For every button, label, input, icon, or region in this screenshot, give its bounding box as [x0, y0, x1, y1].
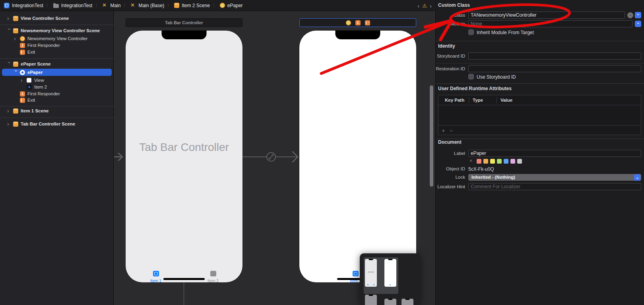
- localizer-hint-input[interactable]: [468, 183, 641, 190]
- module-dropdown-button[interactable]: [635, 21, 641, 27]
- use-storyboard-id-label: Use Storyboard ID: [477, 74, 516, 80]
- breadcrumb-project[interactable]: IntegrationTest: [4, 3, 43, 8]
- scene-title-bar-epaper[interactable]: 1: [299, 18, 416, 27]
- class-input[interactable]: [468, 12, 625, 19]
- document-label-label: Label: [436, 151, 465, 156]
- divider: [436, 83, 644, 84]
- chevron-down-icon[interactable]: [6, 27, 10, 34]
- chevron-down-icon[interactable]: [13, 69, 17, 76]
- color-swatch-gray[interactable]: [517, 159, 522, 164]
- chevron-right-icon[interactable]: [6, 120, 10, 127]
- view-controller-icon: [20, 70, 25, 75]
- chevron-right-icon[interactable]: [6, 15, 10, 22]
- section-header-document: Document: [438, 139, 462, 145]
- jump-to-class-button[interactable]: [627, 12, 633, 18]
- module-combo[interactable]: None: [468, 20, 632, 27]
- warning-icon[interactable]: ⚠: [422, 3, 427, 8]
- sidebar-item-epaper-selected[interactable]: ePaper: [0, 69, 114, 76]
- first-responder-icon: 1: [20, 91, 25, 97]
- lock-label: Lock: [436, 175, 465, 180]
- object-id-label: Object ID: [436, 166, 465, 171]
- use-storyboard-id-checkbox[interactable]: [468, 74, 474, 79]
- first-responder-icon[interactable]: 1: [355, 20, 361, 25]
- sidebar-item-newsmemory-scene[interactable]: Newsmemory View Controller Scene: [0, 27, 114, 34]
- chevron-right-icon[interactable]: [20, 77, 24, 84]
- next-issue-button[interactable]: ›: [430, 3, 432, 9]
- scene-title-bar-tab-bar-controller[interactable]: Tab Bar Controller: [126, 18, 242, 27]
- sidebar-item-label: ePaper: [27, 69, 43, 76]
- chevron-right-icon[interactable]: [13, 35, 17, 42]
- exit-icon[interactable]: [365, 20, 370, 25]
- sidebar-item-exit[interactable]: Exit: [0, 97, 114, 104]
- epaper-view[interactable]: Item 1: [299, 31, 416, 282]
- class-dropdown-button[interactable]: [635, 12, 641, 18]
- breadcrumb-folder[interactable]: IntegrationTest: [53, 3, 93, 8]
- module-field-label: Module: [436, 21, 465, 26]
- storyboard-canvas[interactable]: Tab Bar Controller Tab Bar Controller It…: [114, 11, 435, 305]
- divider: [0, 58, 114, 59]
- phone-notch: [336, 31, 380, 39]
- chevron-right-icon[interactable]: [6, 107, 10, 114]
- color-swatch-yellow[interactable]: [490, 159, 495, 164]
- view-controller-icon[interactable]: [346, 20, 351, 25]
- breadcrumb-label: Item 2 Scene: [182, 3, 210, 8]
- issue-navigation: ‹ ⚠ ›: [417, 0, 432, 11]
- color-swatch-green[interactable]: [497, 159, 502, 164]
- tab-item-2[interactable]: Item 2: [201, 271, 225, 283]
- sidebar-item-item1-scene[interactable]: Item 1 Scene: [0, 107, 114, 114]
- color-swatch-orange[interactable]: [483, 159, 488, 164]
- scene-title: Tab Bar Controller: [165, 20, 203, 25]
- color-clear-button[interactable]: ×: [469, 158, 472, 164]
- scene-icon: [13, 108, 18, 114]
- sidebar-item-label: Tab Bar Controller Scene: [21, 120, 75, 127]
- class-field-label: Class: [436, 13, 465, 17]
- object-id-value: 5cX-Fk-u0Q: [468, 166, 494, 172]
- minimap-thumbnail: [384, 259, 396, 287]
- color-swatch-purple[interactable]: [510, 159, 515, 164]
- sidebar-item-tab-bar-controller-scene[interactable]: Tab Bar Controller Scene: [0, 120, 114, 127]
- breadcrumb-separator: 〉: [213, 2, 217, 8]
- sidebar-item-view-controller-scene[interactable]: View Controller Scene: [0, 15, 114, 22]
- section-header-identity: Identity: [438, 43, 455, 49]
- previous-issue-button[interactable]: ‹: [417, 3, 419, 9]
- storyboard-id-input[interactable]: [468, 52, 641, 60]
- breadcrumb-storyboard[interactable]: Main: [102, 3, 120, 8]
- lock-popup-button[interactable]: Inherited - (Nothing): [468, 174, 641, 181]
- add-attribute-button[interactable]: +: [442, 128, 445, 133]
- localizer-hint-label: Localizer Hint: [436, 184, 465, 189]
- breadcrumb-scene[interactable]: Item 2 Scene: [174, 3, 210, 8]
- scene-icon: [174, 3, 179, 8]
- sidebar-item-item2[interactable]: Item 2: [0, 83, 114, 91]
- square-icon: [210, 271, 216, 276]
- color-swatch-red[interactable]: [477, 159, 481, 164]
- remove-attribute-button[interactable]: −: [450, 128, 453, 133]
- sidebar-item-epaper-scene[interactable]: ePaper Scene: [0, 60, 114, 68]
- tab-bar-controller-view[interactable]: Tab Bar Controller Item 1 Item 2: [126, 31, 242, 282]
- sidebar-item-first-responder[interactable]: 1 First Responder: [0, 42, 114, 49]
- inherit-module-checkbox[interactable]: [468, 29, 474, 35]
- breadcrumb-storyboard-base[interactable]: Main (Base): [130, 3, 164, 8]
- tab-bar-controller-placeholder-label: Tab Bar Controller: [126, 141, 242, 154]
- document-label-input[interactable]: [468, 150, 641, 157]
- breadcrumb-label: Main: [110, 3, 120, 8]
- restoration-id-input[interactable]: [468, 65, 641, 72]
- sidebar-item-newsmemory-view-controller[interactable]: Newsmemory View Controller: [0, 35, 114, 42]
- chevron-down-icon[interactable]: [6, 60, 10, 68]
- tab-item-1[interactable]: Item 1: [144, 271, 168, 283]
- runtime-attributes-table[interactable]: Key Path Type Value + −: [438, 95, 641, 135]
- sidebar-item-exit[interactable]: Exit: [0, 48, 114, 56]
- minimap-thumbnail: [384, 299, 396, 305]
- minimap[interactable]: [360, 253, 420, 305]
- sidebar-item-view[interactable]: View: [0, 77, 114, 84]
- sidebar-item-label: Newsmemory View Controller Scene: [21, 27, 100, 34]
- view-controller-icon: [220, 3, 225, 8]
- canvas-scrollbar[interactable]: [430, 85, 433, 187]
- divider: [0, 106, 114, 106]
- lock-dropdown-button[interactable]: [634, 174, 640, 181]
- interface-builder-icon: [102, 3, 108, 8]
- color-swatch-blue[interactable]: [504, 159, 508, 164]
- sidebar-item-label: First Responder: [27, 42, 60, 49]
- breadcrumb-separator: 〉: [167, 2, 171, 8]
- folder-icon: [53, 4, 59, 8]
- breadcrumb-view-controller[interactable]: ePaper: [220, 3, 243, 8]
